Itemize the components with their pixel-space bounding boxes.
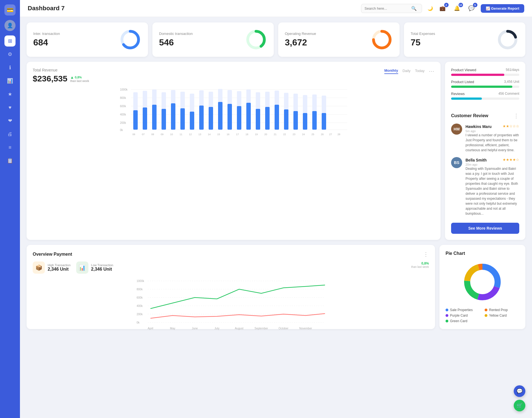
svg-text:24: 24 bbox=[302, 133, 305, 136]
svg-text:600k: 600k bbox=[120, 105, 126, 108]
svg-rect-33 bbox=[190, 112, 194, 130]
generate-report-button[interactable]: 📈 Generate Report bbox=[481, 4, 524, 13]
review-more-btn[interactable]: ⋮ bbox=[513, 112, 519, 119]
high-trans-icon: 📦 bbox=[33, 261, 45, 274]
overview-header: Overview Payment ⋮ bbox=[33, 251, 429, 258]
stat-value: 684 bbox=[33, 37, 60, 48]
svg-text:600k: 600k bbox=[137, 296, 143, 299]
see-more-reviews-button[interactable]: See More Reviews bbox=[451, 223, 519, 234]
stat-label: Operating Revenue bbox=[285, 32, 316, 36]
notifications-btn[interactable]: 🔔 12 bbox=[452, 3, 462, 13]
float-cart-btn[interactable]: 🛒 bbox=[514, 400, 525, 411]
svg-text:16: 16 bbox=[227, 133, 229, 136]
svg-point-110 bbox=[473, 272, 492, 292]
tab-daily[interactable]: Daily bbox=[403, 69, 411, 74]
stat-card-domestic-transaction: Domestic transaction 546 bbox=[152, 22, 274, 57]
sidebar-item-info[interactable]: ℹ bbox=[4, 62, 16, 73]
sidebar-item-menu[interactable]: ≡ bbox=[4, 142, 16, 153]
svg-text:August: August bbox=[235, 327, 243, 330]
header: Dashboard 7 🔍 🌙 💼 2 🔔 12 💬 5 📈 Generate … bbox=[20, 0, 532, 17]
sidebar-item-analytics[interactable]: 📊 bbox=[4, 75, 16, 86]
review-stars: ★★☆☆☆ bbox=[503, 124, 519, 128]
stat-label: Domestic transaction bbox=[159, 32, 193, 36]
svg-text:12: 12 bbox=[189, 133, 192, 136]
theme-toggle[interactable]: 🌙 bbox=[428, 6, 433, 11]
sidebar-item-heart[interactable]: ♥ bbox=[4, 102, 16, 113]
search-icon[interactable]: 🔍 bbox=[411, 6, 417, 11]
stat-donut-2 bbox=[245, 29, 267, 51]
svg-text:1000k: 1000k bbox=[137, 279, 144, 283]
sidebar-item-print[interactable]: 🖨 bbox=[4, 129, 16, 140]
stat-label: Total Expenses bbox=[411, 32, 435, 36]
stat-card-operating-revenue: Operating Revenue 3,672 bbox=[278, 22, 400, 57]
legend-label: Green Card bbox=[450, 319, 467, 323]
svg-text:27: 27 bbox=[329, 133, 332, 136]
svg-rect-43 bbox=[237, 106, 241, 130]
revenue-value-display: $236,535 ▲ 0,8% than last week bbox=[33, 74, 89, 83]
stat-label: Inter. transaction bbox=[33, 32, 60, 36]
stat-card-info: Inter. transaction 684 bbox=[33, 32, 60, 48]
review-header: Customer Review ⋮ bbox=[451, 112, 519, 119]
svg-rect-27 bbox=[162, 109, 166, 130]
svg-text:28: 28 bbox=[337, 133, 340, 136]
review-content-1: Hawkins Maru ★★☆☆☆ 5m ago I viewed a num… bbox=[466, 124, 519, 153]
svg-text:September: September bbox=[255, 327, 268, 330]
stat-card-total-expenses: Total Expenses 75 bbox=[404, 22, 525, 57]
total-revenue-card: Total Revenue $236,535 ▲ 0,8% than last … bbox=[27, 62, 441, 240]
user-avatar[interactable]: 👤 bbox=[4, 20, 16, 31]
pie-legend: Sale Properties Rented Prop Purple Card … bbox=[446, 308, 519, 323]
legend-dot bbox=[446, 320, 448, 322]
customer-review-section: Customer Review ⋮ HM Hawkins Maru ★★☆☆☆ bbox=[451, 112, 519, 234]
header-icons: 🌙 💼 2 🔔 12 💬 5 📈 Generate Report bbox=[428, 3, 524, 13]
svg-rect-31 bbox=[180, 108, 185, 130]
sidebar-item-settings[interactable]: ⚙ bbox=[4, 49, 16, 60]
legend-rented: Rented Prop bbox=[485, 308, 519, 312]
chart-more-btn[interactable]: ··· bbox=[429, 68, 434, 74]
revenue-bar-chart: 1000k 800k 600k 400k 200k 0k bbox=[33, 87, 434, 131]
messages-btn[interactable]: 💬 5 bbox=[466, 3, 476, 13]
sidebar-logo[interactable]: 💳 bbox=[4, 4, 16, 16]
reviewer-name: Hawkins Maru bbox=[466, 124, 492, 129]
tab-monthly[interactable]: Monthly bbox=[384, 68, 398, 74]
wallet-btn[interactable]: 💼 2 bbox=[438, 3, 447, 13]
metric-name: Product Listed bbox=[451, 80, 474, 84]
chart-tabs: Monthly Daily Today ··· bbox=[384, 68, 434, 74]
svg-text:11: 11 bbox=[180, 133, 182, 136]
bell-badge: 12 bbox=[459, 3, 463, 7]
legend-green-card: Green Card bbox=[446, 319, 480, 323]
stat-card-inter-transaction: Inter. transaction 684 bbox=[27, 22, 148, 57]
review-title: Customer Review bbox=[451, 113, 488, 118]
sidebar-item-heart2[interactable]: ❤ bbox=[4, 115, 16, 126]
svg-text:08: 08 bbox=[151, 133, 154, 136]
review-content-2: Bella Smith ★★★★☆ 20m ago Dealing with S… bbox=[466, 157, 519, 216]
revenue-title: Total Revenue bbox=[33, 68, 89, 72]
low-trans-value: 2,346 Unit bbox=[91, 267, 113, 272]
svg-text:14: 14 bbox=[208, 133, 211, 136]
metric-product-viewed: Product Viewed 561/days bbox=[451, 68, 519, 76]
svg-text:200k: 200k bbox=[137, 313, 143, 316]
search-input[interactable] bbox=[365, 6, 409, 11]
sidebar-item-dashboard[interactable]: ⊞ bbox=[4, 35, 16, 47]
svg-rect-51 bbox=[275, 105, 279, 130]
wallet-badge: 2 bbox=[444, 3, 449, 7]
svg-text:May: May bbox=[170, 327, 175, 330]
low-trans-icon: 📊 bbox=[76, 261, 88, 274]
svg-text:July: July bbox=[214, 327, 219, 330]
sidebar-item-list[interactable]: 📋 bbox=[4, 155, 16, 166]
page-title: Dashboard 7 bbox=[28, 5, 355, 12]
svg-text:18: 18 bbox=[245, 133, 248, 136]
stat-card-info: Domestic transaction 546 bbox=[159, 32, 193, 48]
overview-more-btn[interactable]: ⋮ bbox=[423, 251, 429, 258]
legend-dot bbox=[485, 309, 487, 311]
sidebar-item-favorites[interactable]: ★ bbox=[4, 89, 16, 100]
search-box[interactable]: 🔍 bbox=[361, 4, 422, 13]
metric-name: Product Viewed bbox=[451, 68, 476, 72]
tab-today[interactable]: Today bbox=[415, 69, 425, 74]
svg-rect-53 bbox=[284, 109, 288, 130]
float-support-btn[interactable]: 💬 bbox=[514, 385, 525, 397]
review-text: Dealing with Syamsudin and Bakri was a j… bbox=[466, 166, 519, 216]
low-trans-pct-container: 0,8% than last week bbox=[411, 261, 429, 274]
progress-fill bbox=[451, 98, 482, 100]
svg-text:November: November bbox=[299, 327, 312, 330]
high-transaction-card: 📦 High Transaction 2,346 Unit bbox=[33, 261, 71, 274]
